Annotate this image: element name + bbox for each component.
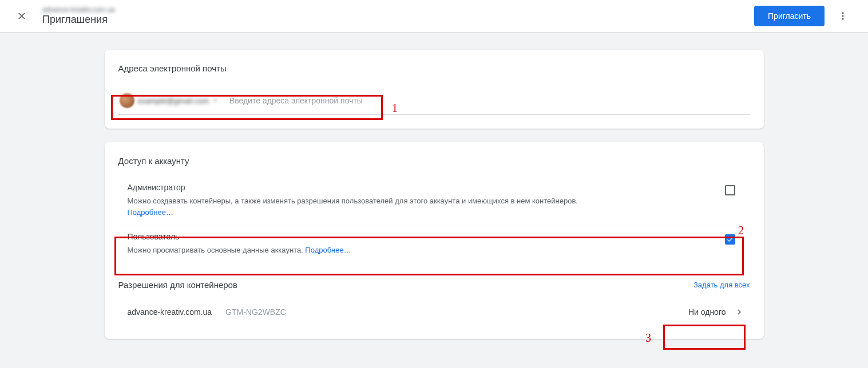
role-admin-more-link[interactable]: Подробнее…: [128, 208, 173, 217]
role-user-desc-text: Можно просматривать основные данные акка…: [128, 246, 306, 254]
chevron-right-icon: [734, 307, 744, 317]
role-admin-title: Администратор: [128, 183, 750, 192]
more-vert-icon: [837, 10, 849, 22]
avatar-icon: [120, 93, 134, 108]
role-user-row[interactable]: Пользователь Можно просматривать основны…: [118, 226, 750, 264]
permissions-header: Разрешения для контейнеров Задать для вс…: [118, 280, 750, 290]
close-icon: [16, 10, 27, 22]
set-all-link[interactable]: Задать для всех: [693, 281, 750, 289]
access-card: Доступ к аккаунту Администратор Можно со…: [105, 142, 764, 339]
checkbox-unchecked-icon: [725, 185, 735, 195]
title-block: advance-kreativ.com.ua Приглашения: [42, 6, 115, 26]
role-admin-checkbox[interactable]: [725, 185, 736, 197]
email-card: Адреса электронной почты example@gmail.c…: [105, 50, 764, 129]
account-subtitle: advance-kreativ.com.ua: [42, 6, 115, 14]
close-button[interactable]: [10, 5, 33, 27]
container-id: GTM-NG2WBZC: [225, 307, 286, 317]
container-name: advance-kreativ.com.ua: [128, 307, 212, 317]
email-chip-text: example@gmail.com: [138, 97, 209, 105]
dialog-header: advance-kreativ.com.ua Приглашения Пригл…: [0, 0, 868, 33]
role-user-more-link[interactable]: Подробнее…: [305, 246, 351, 254]
container-row: advance-kreativ.com.ua GTM-NG2WBZC Ни од…: [118, 290, 750, 325]
role-admin-row[interactable]: Администратор Можно создавать контейнеры…: [118, 177, 750, 226]
permissions-title: Разрешения для контейнеров: [118, 280, 237, 290]
content-area: Адреса электронной почты example@gmail.c…: [105, 50, 764, 339]
email-input[interactable]: [229, 96, 750, 105]
permission-picker[interactable]: Ни одного: [680, 303, 750, 321]
more-menu-button[interactable]: [831, 5, 854, 27]
permission-level-label: Ни одного: [688, 307, 726, 317]
page-title: Приглашения: [42, 14, 115, 26]
chip-remove-icon[interactable]: ×: [212, 95, 217, 106]
role-admin-desc-text: Можно создавать контейнеры, а также изме…: [128, 197, 578, 205]
email-card-title: Адреса электронной почты: [118, 63, 750, 73]
role-admin-desc: Можно создавать контейнеры, а также изме…: [128, 195, 750, 218]
role-user-desc: Можно просматривать основные данные акка…: [128, 245, 750, 256]
role-user-checkbox[interactable]: [725, 234, 736, 246]
access-card-title: Доступ к аккаунту: [118, 156, 750, 166]
role-user-title: Пользователь: [128, 232, 750, 241]
checkbox-checked-icon: [725, 234, 735, 245]
invite-button[interactable]: Пригласить: [754, 6, 825, 26]
email-chip[interactable]: example@gmail.com ×: [118, 91, 224, 110]
email-input-row: example@gmail.com ×: [118, 91, 750, 115]
